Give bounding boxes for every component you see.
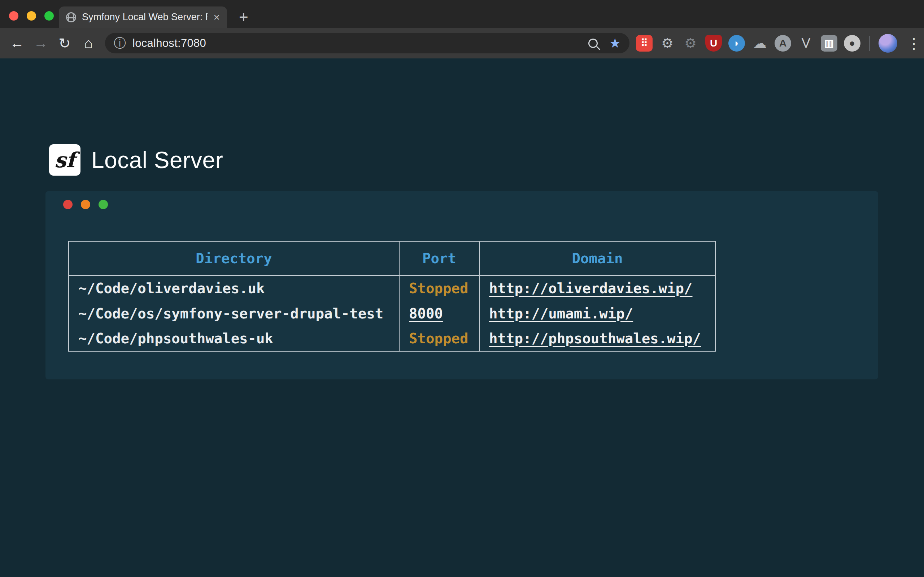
letter-v-extension-icon[interactable]: V xyxy=(798,35,814,52)
page-title: Local Server xyxy=(91,147,223,174)
site-info-icon[interactable]: ⓘ xyxy=(114,35,126,52)
panel-orange-dot xyxy=(81,200,90,209)
bookmark-star-icon[interactable]: ★ xyxy=(609,36,621,51)
panel-green-dot xyxy=(99,200,108,209)
blue-circle-extension-icon[interactable]: ◗ xyxy=(729,35,745,52)
toolbar-separator xyxy=(869,36,870,51)
browser-toolbar: ← → ↻ ⌂ ⓘ localhost:7080 ★ ⠿⚙⚙U◗☁AV▥● ⋮ xyxy=(0,28,924,58)
browser-menu-button[interactable]: ⋮ xyxy=(904,35,924,52)
window-controls xyxy=(9,11,54,21)
domain-cell: http://oliverdavies.wip/ xyxy=(479,276,716,301)
header-port: Port xyxy=(399,241,479,276)
zoom-icon[interactable] xyxy=(588,39,598,48)
directory-cell: ~/Code/oliverdavies.uk xyxy=(69,276,399,301)
proxy-table: Directory Port Domain ~/Code/oliverdavie… xyxy=(68,241,716,351)
url-text[interactable]: localhost:7080 xyxy=(132,37,582,50)
ublock-extension-icon[interactable]: U xyxy=(705,35,722,52)
page-content: sf Local Server Directory Port Domain xyxy=(0,58,924,577)
tab-close-icon[interactable]: × xyxy=(213,11,220,23)
gear-extension-icon[interactable]: ⚙ xyxy=(659,35,676,52)
domain-cell: http://phpsouthwales.wip/ xyxy=(479,326,716,351)
red-grid-extension-icon[interactable]: ⠿ xyxy=(636,35,653,52)
new-tab-button[interactable]: + xyxy=(239,8,248,26)
table-row: ~/Code/oliverdavies.uk Stopped http://ol… xyxy=(69,276,716,301)
server-panel: Directory Port Domain ~/Code/oliverdavie… xyxy=(45,191,878,379)
domain-cell: http://umami.wip/ xyxy=(479,301,716,326)
github-extension-icon[interactable]: ● xyxy=(844,35,861,52)
table-row: ~/Code/os/symfony-server-drupal-test 800… xyxy=(69,301,716,326)
directory-cell: ~/Code/os/symfony-server-drupal-test xyxy=(69,301,399,326)
forward-button[interactable]: → xyxy=(29,31,53,55)
table-header-row: Directory Port Domain xyxy=(69,241,716,276)
directory-cell: ~/Code/phpsouthwales-uk xyxy=(69,326,399,351)
port-cell: Stopped xyxy=(399,326,479,351)
domain-link[interactable]: http://phpsouthwales.wip/ xyxy=(489,330,701,347)
window-close-button[interactable] xyxy=(9,11,18,21)
nav-buttons: ← → ↻ ⌂ xyxy=(5,28,100,58)
globe-favicon-icon xyxy=(66,12,76,23)
home-button[interactable]: ⌂ xyxy=(76,31,100,55)
brand: sf Local Server xyxy=(49,144,223,176)
domain-link[interactable]: http://umami.wip/ xyxy=(489,305,633,322)
extensions-bar: ⠿⚙⚙U◗☁AV▥● ⋮ xyxy=(636,28,924,58)
profile-avatar[interactable] xyxy=(879,34,897,53)
dark-gear-extension-icon[interactable]: ⚙ xyxy=(682,35,699,52)
port-cell: 8000 xyxy=(399,301,479,326)
reload-button[interactable]: ↻ xyxy=(53,31,76,55)
symfony-logo-text: sf xyxy=(55,148,76,172)
port-cell: Stopped xyxy=(399,276,479,301)
back-button[interactable]: ← xyxy=(5,31,29,55)
domain-link[interactable]: http://oliverdavies.wip/ xyxy=(489,280,693,297)
header-domain: Domain xyxy=(479,241,716,276)
port-link[interactable]: 8000 xyxy=(409,305,443,322)
symfony-logo: sf xyxy=(49,144,81,176)
header-directory: Directory xyxy=(69,241,399,276)
table-row: ~/Code/phpsouthwales-uk Stopped http://p… xyxy=(69,326,716,351)
panel-traffic-dots xyxy=(63,200,108,209)
cloud-extension-icon[interactable]: ☁ xyxy=(751,35,768,52)
window-minimize-button[interactable] xyxy=(27,11,36,21)
browser-tab[interactable]: Symfony Local Web Server: Prox × xyxy=(59,6,227,28)
letter-a-extension-icon[interactable]: A xyxy=(775,35,791,52)
browser-window: Symfony Local Web Server: Prox × + ← → ↻… xyxy=(0,0,924,577)
address-bar[interactable]: ⓘ localhost:7080 ★ xyxy=(105,33,630,53)
tab-strip: Symfony Local Web Server: Prox × + xyxy=(0,0,924,28)
panel-red-dot xyxy=(63,200,73,209)
window-zoom-button[interactable] xyxy=(44,11,54,21)
tab-title: Symfony Local Web Server: Prox xyxy=(82,11,208,23)
stats-extension-icon[interactable]: ▥ xyxy=(821,35,837,52)
